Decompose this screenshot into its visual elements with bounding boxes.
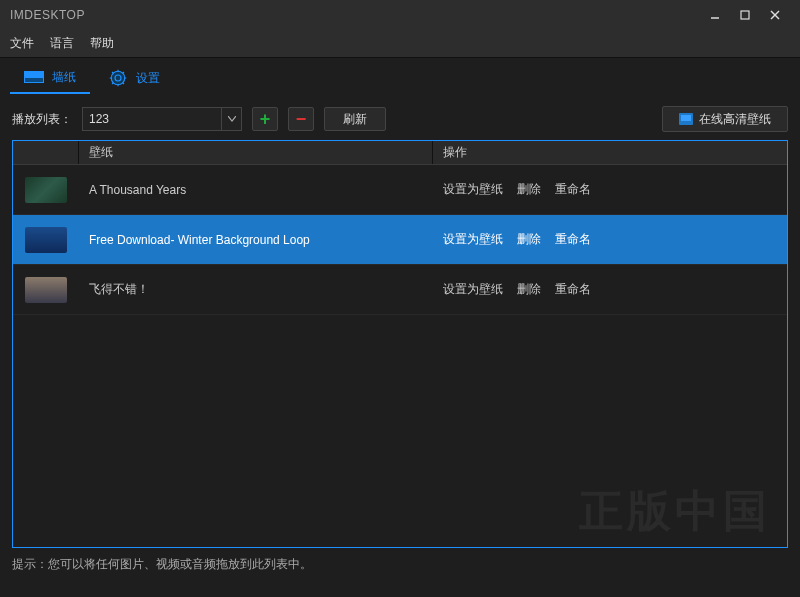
menu-language[interactable]: 语言 <box>50 35 74 52</box>
chevron-down-icon <box>221 108 241 130</box>
row-ops: 设置为壁纸 删除 重命名 <box>433 181 787 198</box>
svg-line-10 <box>112 72 114 74</box>
toolbar: 播放列表： 123 + − 刷新 在线高清壁纸 <box>0 98 800 140</box>
maximize-button[interactable] <box>730 0 760 30</box>
op-delete[interactable]: 删除 <box>517 281 541 298</box>
row-thumb <box>13 215 79 265</box>
thumbnail-image <box>25 227 67 253</box>
refresh-button[interactable]: 刷新 <box>324 107 386 131</box>
menu-help[interactable]: 帮助 <box>90 35 114 52</box>
minus-icon: − <box>296 110 307 128</box>
gear-icon <box>108 71 128 85</box>
statusbar-hint: 提示：您可以将任何图片、视频或音频拖放到此列表中。 <box>0 548 800 581</box>
row-thumb <box>13 265 79 315</box>
tab-wallpaper[interactable]: 墙纸 <box>10 63 90 94</box>
menubar: 文件 语言 帮助 <box>0 30 800 58</box>
row-name: Free Download- Winter Background Loop <box>79 233 433 247</box>
svg-rect-1 <box>741 11 749 19</box>
row-ops: 设置为壁纸 删除 重命名 <box>433 281 787 298</box>
row-thumb <box>13 165 79 215</box>
op-rename[interactable]: 重命名 <box>555 231 591 248</box>
svg-line-11 <box>123 83 125 85</box>
menu-file[interactable]: 文件 <box>10 35 34 52</box>
wallpaper-icon <box>679 113 693 125</box>
op-set-wallpaper[interactable]: 设置为壁纸 <box>443 281 503 298</box>
table-row[interactable]: A Thousand Years 设置为壁纸 删除 重命名 <box>13 165 787 215</box>
close-button[interactable] <box>760 0 790 30</box>
tab-settings[interactable]: 设置 <box>94 64 174 93</box>
playlist-label: 播放列表： <box>12 111 72 128</box>
online-hd-wallpaper-button[interactable]: 在线高清壁纸 <box>662 106 788 132</box>
op-set-wallpaper[interactable]: 设置为壁纸 <box>443 181 503 198</box>
wallpaper-table: 壁纸 操作 A Thousand Years 设置为壁纸 删除 重命名 Free… <box>12 140 788 548</box>
remove-playlist-button[interactable]: − <box>288 107 314 131</box>
op-delete[interactable]: 删除 <box>517 181 541 198</box>
header-thumb <box>13 141 79 164</box>
svg-rect-15 <box>681 115 691 121</box>
playlist-combo[interactable]: 123 <box>82 107 242 131</box>
plus-icon: + <box>260 110 271 128</box>
row-ops: 设置为壁纸 删除 重命名 <box>433 231 787 248</box>
tab-settings-label: 设置 <box>136 70 160 87</box>
thumbnail-image <box>25 277 67 303</box>
op-rename[interactable]: 重命名 <box>555 281 591 298</box>
svg-line-12 <box>112 83 114 85</box>
svg-line-13 <box>123 72 125 74</box>
header-ops[interactable]: 操作 <box>433 141 787 164</box>
table-row[interactable]: 飞得不错！ 设置为壁纸 删除 重命名 <box>13 265 787 315</box>
add-playlist-button[interactable]: + <box>252 107 278 131</box>
table-header: 壁纸 操作 <box>13 141 787 165</box>
titlebar: IMDESKTOP <box>0 0 800 30</box>
row-name: 飞得不错！ <box>79 281 433 298</box>
op-delete[interactable]: 删除 <box>517 231 541 248</box>
watermark: 正版中国 <box>579 482 771 541</box>
table-row[interactable]: Free Download- Winter Background Loop 设置… <box>13 215 787 265</box>
monitor-icon <box>24 70 44 84</box>
tabbar: 墙纸 设置 <box>0 58 800 98</box>
row-name: A Thousand Years <box>79 183 433 197</box>
playlist-selected: 123 <box>89 112 109 126</box>
tab-wallpaper-label: 墙纸 <box>52 69 76 86</box>
header-name[interactable]: 壁纸 <box>79 141 433 164</box>
minimize-button[interactable] <box>700 0 730 30</box>
op-rename[interactable]: 重命名 <box>555 181 591 198</box>
thumbnail-image <box>25 177 67 203</box>
op-set-wallpaper[interactable]: 设置为壁纸 <box>443 231 503 248</box>
table-body: A Thousand Years 设置为壁纸 删除 重命名 Free Downl… <box>13 165 787 315</box>
window-title: IMDESKTOP <box>10 8 700 22</box>
